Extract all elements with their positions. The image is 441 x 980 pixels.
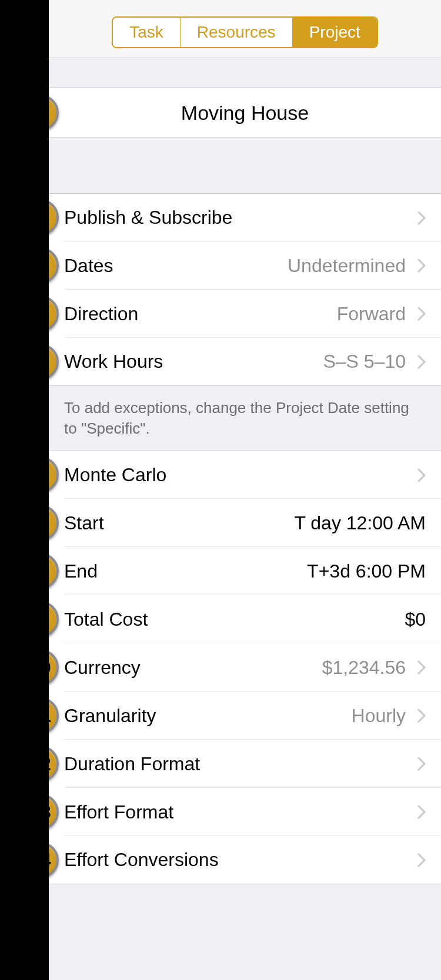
chevron-right-icon: [417, 660, 426, 674]
project-inspector-panel: Task Resources Project 1 Moving House 2 …: [49, 0, 441, 980]
header: Task Resources Project: [49, 0, 441, 58]
row-label: End: [64, 561, 98, 582]
row-label: Direction: [64, 303, 138, 325]
row-direction[interactable]: Direction Forward: [49, 290, 441, 338]
row-label: Monte Carlo: [64, 464, 166, 486]
row-duration-format[interactable]: Duration Format: [49, 740, 441, 788]
chevron-right-icon: [417, 211, 426, 225]
row-label: Effort Conversions: [64, 849, 219, 871]
project-title-row[interactable]: Moving House: [49, 88, 441, 138]
row-label: Start: [64, 512, 104, 534]
row-label: Publish & Subscribe: [64, 207, 232, 229]
row-granularity[interactable]: Granularity Hourly: [49, 692, 441, 740]
row-dates[interactable]: Dates Undetermined: [49, 241, 441, 290]
row-value: Hourly: [352, 705, 406, 727]
row-value: Undetermined: [288, 255, 406, 277]
row-publish-subscribe[interactable]: Publish & Subscribe: [49, 193, 441, 241]
row-value: Forward: [337, 303, 406, 325]
chevron-right-icon: [417, 709, 426, 723]
row-start[interactable]: Start T day 12:00 AM: [49, 499, 441, 547]
row-label: Work Hours: [64, 351, 163, 372]
row-value: T+3d 6:00 PM: [307, 561, 426, 582]
chevron-right-icon: [417, 853, 426, 867]
row-value: $0: [405, 609, 426, 630]
row-label: Dates: [64, 255, 113, 277]
chevron-right-icon: [417, 757, 426, 771]
tab-task[interactable]: Task: [113, 18, 181, 47]
row-work-hours[interactable]: Work Hours S–S 5–10: [49, 338, 441, 386]
row-label: Granularity: [64, 705, 156, 727]
row-effort-conversions[interactable]: Effort Conversions: [49, 836, 441, 884]
row-monte-carlo[interactable]: Monte Carlo: [49, 451, 441, 499]
tab-project[interactable]: Project: [293, 18, 377, 47]
chevron-right-icon: [417, 355, 426, 369]
row-effort-format[interactable]: Effort Format: [49, 788, 441, 836]
chevron-right-icon: [417, 259, 426, 273]
chevron-right-icon: [417, 468, 426, 482]
project-title: Moving House: [181, 102, 309, 125]
row-value: S–S 5–10: [323, 351, 406, 372]
row-label: Duration Format: [64, 753, 200, 775]
exceptions-note: To add exceptions, change the Project Da…: [49, 386, 441, 451]
row-end[interactable]: End T+3d 6:00 PM: [49, 547, 441, 595]
row-label: Currency: [64, 657, 141, 679]
content-scroll[interactable]: 1 Moving House 2 Publish & Subscribe 3 D…: [49, 58, 441, 980]
row-currency[interactable]: Currency $1,234.56: [49, 643, 441, 692]
row-value: $1,234.56: [322, 657, 406, 679]
tab-resources[interactable]: Resources: [181, 18, 293, 47]
row-label: Total Cost: [64, 609, 148, 630]
segmented-control: Task Resources Project: [112, 16, 378, 48]
row-label: Effort Format: [64, 801, 173, 823]
row-value: T day 12:00 AM: [294, 512, 426, 534]
chevron-right-icon: [417, 805, 426, 819]
chevron-right-icon: [417, 307, 426, 321]
row-total-cost: Total Cost $0: [49, 595, 441, 643]
